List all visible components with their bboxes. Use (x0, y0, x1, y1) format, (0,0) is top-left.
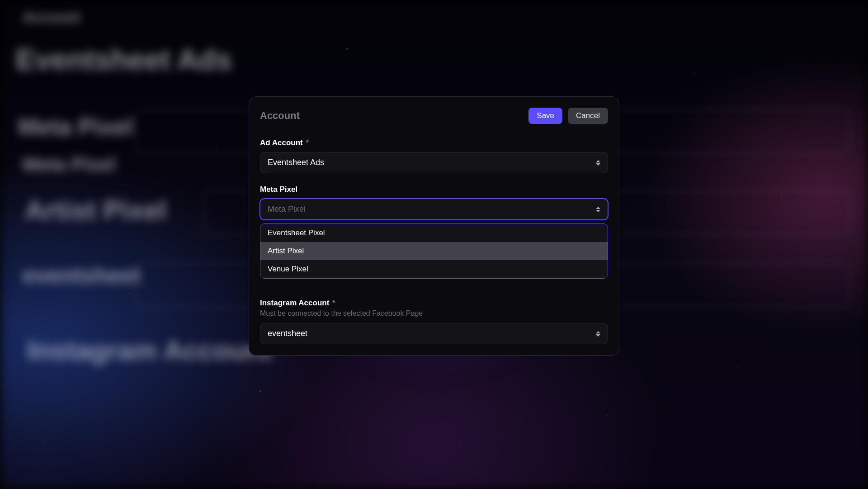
dropdown-option-artist-pixel[interactable]: Artist Pixel (260, 242, 608, 260)
bg-blurred-text: eventsheet (23, 262, 141, 289)
account-modal: Account Save Cancel Ad Account * Eventsh… (249, 96, 619, 356)
required-indicator: * (332, 299, 335, 307)
instagram-group: Instagram Account * Must be connected to… (260, 299, 608, 344)
bg-blurred-text: Eventsheet Ads (16, 43, 232, 76)
instagram-hint: Must be connected to the selected Facebo… (260, 309, 608, 318)
meta-pixel-select[interactable]: Meta Pixel (260, 199, 608, 220)
meta-pixel-dropdown: Eventsheet Pixel Artist Pixel Venue Pixe… (260, 223, 608, 279)
label-text: Meta Pixel (260, 185, 297, 194)
label-text: Instagram Account (260, 299, 329, 307)
instagram-label: Instagram Account * (260, 299, 608, 308)
required-indicator: * (306, 138, 309, 147)
ad-account-select[interactable]: Eventsheet Ads (260, 152, 608, 173)
chevron-updown-icon (596, 160, 600, 166)
select-placeholder: Meta Pixel (268, 204, 306, 214)
select-value: eventsheet (268, 329, 307, 338)
dropdown-option-eventsheet-pixel[interactable]: Eventsheet Pixel (260, 224, 608, 242)
ad-account-label: Ad Account * (260, 138, 608, 147)
save-button[interactable]: Save (528, 108, 562, 124)
modal-title: Account (260, 110, 300, 122)
instagram-select[interactable]: eventsheet (260, 323, 608, 344)
cancel-button[interactable]: Cancel (568, 108, 608, 124)
chevron-updown-icon (596, 207, 600, 212)
chevron-updown-icon (596, 331, 600, 337)
bg-blurred-text: Account (23, 9, 80, 26)
bg-blurred-text: Artist Pixel (25, 195, 166, 226)
select-value: Eventsheet Ads (268, 158, 324, 167)
bg-blurred-text: Meta Pixel (23, 154, 115, 176)
label-text: Ad Account (260, 138, 303, 147)
meta-pixel-label: Meta Pixel (260, 185, 608, 194)
dropdown-option-venue-pixel[interactable]: Venue Pixel (260, 260, 608, 278)
bg-blurred-text: Meta Pixel (18, 113, 133, 140)
modal-actions: Save Cancel (528, 108, 608, 124)
modal-header: Account Save Cancel (260, 108, 608, 124)
meta-pixel-group: Meta Pixel Meta Pixel Eventsheet Pixel A… (260, 185, 608, 287)
ad-account-group: Ad Account * Eventsheet Ads (260, 138, 608, 173)
